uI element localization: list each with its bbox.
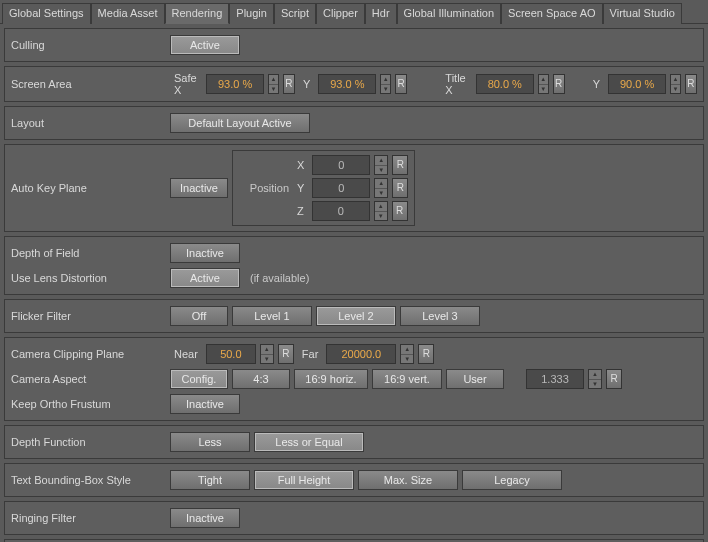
pos-y-input[interactable]: [312, 178, 370, 198]
safe-y-label: Y: [299, 78, 314, 90]
flicker-label: Flicker Filter: [11, 310, 166, 322]
title-x-input[interactable]: [476, 74, 534, 94]
clip-label: Camera Clipping Plane: [11, 348, 166, 360]
aspect-spinner[interactable]: ▲▼: [588, 369, 602, 389]
near-label: Near: [170, 348, 202, 360]
depthfunc-le[interactable]: Less or Equal: [254, 432, 364, 452]
tab-global-settings[interactable]: Global Settings: [2, 3, 91, 24]
tab-plugin[interactable]: Plugin: [229, 3, 274, 24]
safe-x-input[interactable]: [206, 74, 264, 94]
textbb-legacy[interactable]: Legacy: [462, 470, 562, 490]
ringing-toggle[interactable]: Inactive: [170, 508, 240, 528]
textbb-tight[interactable]: Tight: [170, 470, 250, 490]
auto-key-plane-label: Auto Key Plane: [11, 182, 166, 194]
title-y-spinner[interactable]: ▲▼: [670, 74, 681, 94]
ortho-label: Keep Ortho Frustum: [11, 398, 166, 410]
tab-rendering[interactable]: Rendering: [165, 3, 230, 24]
ortho-toggle[interactable]: Inactive: [170, 394, 240, 414]
flicker-l1[interactable]: Level 1: [232, 306, 312, 326]
tab-global-illumination[interactable]: Global Illumination: [397, 3, 502, 24]
textbb-max[interactable]: Max. Size: [358, 470, 458, 490]
pos-y-label: Y: [293, 182, 308, 194]
tab-hdr[interactable]: Hdr: [365, 3, 397, 24]
title-x-spinner[interactable]: ▲▼: [538, 74, 549, 94]
safe-x-label: Safe X: [170, 72, 202, 96]
lens-dist-hint: (if available): [250, 272, 309, 284]
layout-label: Layout: [11, 117, 166, 129]
tab-clipper[interactable]: Clipper: [316, 3, 365, 24]
textbb-label: Text Bounding-Box Style: [11, 474, 166, 486]
flicker-l3[interactable]: Level 3: [400, 306, 480, 326]
flicker-l2[interactable]: Level 2: [316, 306, 396, 326]
dof-toggle[interactable]: Inactive: [170, 243, 240, 263]
safe-x-reset[interactable]: R: [283, 74, 295, 94]
pos-z-spinner[interactable]: ▲▼: [374, 201, 388, 221]
title-y-input[interactable]: [608, 74, 666, 94]
aspect-label: Camera Aspect: [11, 373, 166, 385]
title-x-reset[interactable]: R: [553, 74, 565, 94]
aspect-169h[interactable]: 16:9 horiz.: [294, 369, 368, 389]
ringing-label: Ringing Filter: [11, 512, 166, 524]
aspect-config[interactable]: Config.: [170, 369, 228, 389]
tab-script[interactable]: Script: [274, 3, 316, 24]
tab-virtual-studio[interactable]: Virtual Studio: [603, 3, 682, 24]
position-label: Position: [239, 182, 289, 194]
pos-y-reset[interactable]: R: [392, 178, 408, 198]
screen-area-label: Screen Area: [11, 78, 166, 90]
culling-label: Culling: [11, 39, 166, 51]
aspect-reset[interactable]: R: [606, 369, 622, 389]
pos-y-spinner[interactable]: ▲▼: [374, 178, 388, 198]
depthfunc-label: Depth Function: [11, 436, 166, 448]
pos-x-label: X: [293, 159, 308, 171]
lens-dist-toggle[interactable]: Active: [170, 268, 240, 288]
safe-y-spinner[interactable]: ▲▼: [380, 74, 391, 94]
rendering-panel: Culling Active Screen Area Safe X ▲▼ R Y…: [0, 24, 708, 542]
aspect-43[interactable]: 4:3: [232, 369, 290, 389]
tab-bar: Global Settings Media Asset Rendering Pl…: [0, 0, 708, 24]
pos-z-label: Z: [293, 205, 308, 217]
tab-media-asset[interactable]: Media Asset: [91, 3, 165, 24]
depthfunc-less[interactable]: Less: [170, 432, 250, 452]
safe-y-input[interactable]: [318, 74, 376, 94]
dof-label: Depth of Field: [11, 247, 166, 259]
far-input[interactable]: [326, 344, 396, 364]
layout-button[interactable]: Default Layout Active: [170, 113, 310, 133]
position-box: Position X ▲▼ R Y ▲▼ R Z ▲▼: [232, 150, 415, 226]
near-spinner[interactable]: ▲▼: [260, 344, 274, 364]
safe-x-spinner[interactable]: ▲▼: [268, 74, 279, 94]
title-y-label: Y: [589, 78, 604, 90]
pos-z-input[interactable]: [312, 201, 370, 221]
safe-y-reset[interactable]: R: [395, 74, 407, 94]
aspect-input[interactable]: [526, 369, 584, 389]
tab-ssao[interactable]: Screen Space AO: [501, 3, 602, 24]
far-label: Far: [298, 348, 323, 360]
textbb-full[interactable]: Full Height: [254, 470, 354, 490]
pos-x-spinner[interactable]: ▲▼: [374, 155, 388, 175]
aspect-169v[interactable]: 16:9 vert.: [372, 369, 442, 389]
pos-x-input[interactable]: [312, 155, 370, 175]
pos-x-reset[interactable]: R: [392, 155, 408, 175]
far-reset[interactable]: R: [418, 344, 434, 364]
lens-dist-label: Use Lens Distortion: [11, 272, 166, 284]
culling-toggle[interactable]: Active: [170, 35, 240, 55]
flicker-off[interactable]: Off: [170, 306, 228, 326]
near-reset[interactable]: R: [278, 344, 294, 364]
aspect-user[interactable]: User: [446, 369, 504, 389]
near-input[interactable]: [206, 344, 256, 364]
auto-key-plane-toggle[interactable]: Inactive: [170, 178, 228, 198]
pos-z-reset[interactable]: R: [392, 201, 408, 221]
far-spinner[interactable]: ▲▼: [400, 344, 414, 364]
title-y-reset[interactable]: R: [685, 74, 697, 94]
title-x-label: Title X: [441, 72, 471, 96]
